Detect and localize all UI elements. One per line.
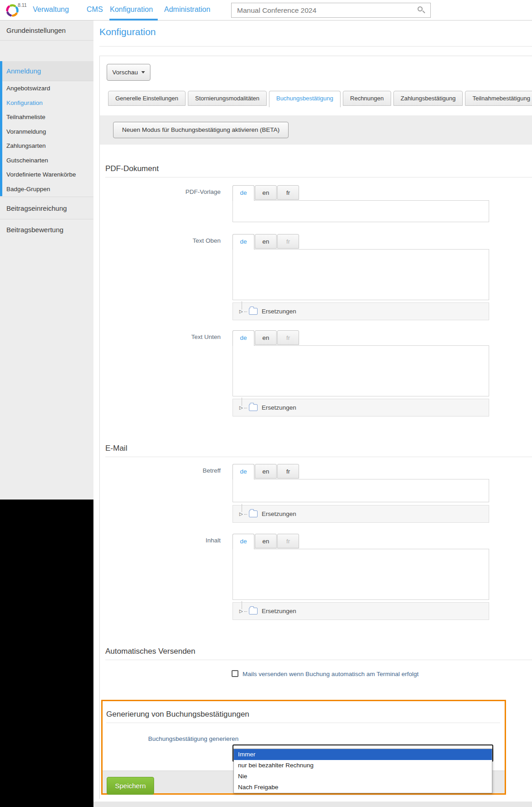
section-divider-pdf [105, 177, 532, 177]
panel-top-border [99, 56, 532, 56]
sidebar-item-zahlungsarten[interactable]: Zahlungsarten [2, 139, 93, 153]
lang-tab-fr[interactable]: fr [277, 464, 299, 479]
generation-field-label: Buchungsbestätigung generieren [148, 735, 221, 742]
vorschau-button[interactable]: Vorschau [107, 64, 150, 81]
folder-icon [249, 308, 258, 315]
chevron-down-icon [141, 71, 145, 75]
lang-tab-fr: fr [277, 330, 299, 345]
panel-left-border [99, 56, 100, 799]
lang-tab-de[interactable]: de [232, 234, 254, 250]
text-oben-panel [232, 249, 489, 300]
betreff-ersetzungen-bar: ▷ Ersetzungen [232, 505, 489, 523]
terminal-mails-checkbox-label: Mails versenden wenn Buchung automatisch… [243, 671, 418, 677]
app-version: 8.11 [18, 2, 27, 8]
sidebar-item-vordefinierte-warenkoerbe[interactable]: Vordefinierte Warenkörbe [2, 167, 93, 182]
sidebar-section-beitragsbewertung[interactable]: Beitragsbewertung [0, 219, 93, 240]
sidebar-item-angebotswizard[interactable]: Angebotswizard [2, 81, 93, 96]
nav-verwaltung[interactable]: Verwaltung [33, 5, 69, 14]
betreff-label: Betreff [148, 467, 221, 474]
conference-search-input[interactable] [231, 3, 431, 18]
text-oben-lang-tabs: de en fr [232, 234, 300, 250]
speichern-button[interactable]: Speichern [107, 777, 154, 795]
lang-tab-en[interactable]: en [255, 534, 277, 548]
tree-expand-icon[interactable]: ▷ [239, 306, 248, 318]
sidebar-section-grundeinstellungen[interactable]: Grundeinstellungen [0, 21, 93, 41]
text-oben-ersetzungen-bar: ▷ Ersetzungen [232, 302, 489, 320]
betreff-lang-tabs: de en fr [232, 464, 300, 479]
tree-expand-icon[interactable]: ▷ [239, 402, 248, 414]
lang-tab-fr[interactable]: fr [277, 185, 299, 200]
lang-tab-en[interactable]: en [255, 234, 277, 249]
ersetzungen-label: Ersetzungen [262, 308, 296, 315]
lang-tab-en[interactable]: en [255, 185, 277, 200]
section-title-auto: Automatisches Versenden [105, 647, 196, 656]
sidebar-item-badge-gruppen[interactable]: Badge-Gruppen [2, 182, 93, 197]
sidebar-item-konfiguration[interactable]: Konfiguration [2, 96, 93, 110]
sidebar-item-teilnahmeliste[interactable]: Teilnahmeliste [2, 110, 93, 125]
nav-administration[interactable]: Administration [164, 5, 210, 14]
lang-tab-de[interactable]: de [232, 330, 254, 346]
sidebar-section-beitragseinreichung[interactable]: Beitragseinreichung [0, 197, 93, 219]
section-divider-email [105, 457, 532, 457]
lang-tab-de[interactable]: de [232, 534, 254, 549]
option-nur-bei-bezahlter-rechnung[interactable]: nur bei bezahlter Rechnung [234, 760, 492, 771]
sidebar-item-voranmeldung[interactable]: Voranmeldung [2, 125, 93, 139]
text-unten-lang-tabs: de en fr [232, 330, 300, 346]
lang-tab-fr: fr [277, 234, 299, 249]
top-bar: 8.11 Verwaltung CMS Konfiguration Admini… [0, 0, 532, 21]
option-nie[interactable]: Nie [234, 771, 492, 782]
pdf-vorlage-lang-tabs: de en fr [232, 185, 300, 201]
option-immer[interactable]: Immer [234, 749, 492, 760]
text-unten-panel [232, 345, 489, 396]
lang-tab-de[interactable]: de [232, 464, 254, 479]
section-title-generation: Generierung von Buchungsbestätigungen [106, 710, 249, 719]
sidebar-item-gutscheinarten[interactable]: Gutscheinarten [2, 153, 93, 168]
config-tabs: Generelle Einstellungen Stornierungsmoda… [108, 91, 532, 107]
inhalt-ersetzungen-bar: ▷ Ersetzungen [232, 602, 489, 620]
ersetzungen-label: Ersetzungen [262, 510, 296, 517]
tree-expand-icon[interactable]: ▷ [239, 605, 248, 617]
vorschau-button-label: Vorschau [112, 69, 138, 76]
sidebar-bottom-black-area [0, 500, 93, 807]
page-bottom-strip [93, 802, 532, 807]
sidebar-item-anmeldung[interactable]: Anmeldung [0, 61, 93, 81]
folder-icon [249, 608, 258, 614]
betreff-panel [232, 479, 489, 502]
inhalt-lang-tabs: de en fr [232, 534, 300, 549]
text-oben-label: Text Oben [148, 237, 221, 244]
beta-mode-button[interactable]: Neuen Modus für Buchungsbestätigung akti… [113, 122, 289, 138]
lang-tab-de[interactable]: de [232, 185, 254, 201]
option-nach-freigabe[interactable]: Nach Freigabe [234, 782, 492, 793]
terminal-mails-checkbox[interactable] [232, 670, 238, 677]
pdf-vorlage-panel [232, 200, 489, 222]
generation-select-dropdown: Immer nur bei bezahlter Rechnung Nie Nac… [233, 749, 492, 793]
tab-buchungsbestaetigung[interactable]: Buchungsbestätigung [269, 91, 341, 107]
inhalt-label: Inhalt [148, 537, 221, 544]
pdf-vorlage-label: PDF-Vorlage [148, 188, 221, 195]
tab-rechnungen[interactable]: Rechnungen [343, 91, 391, 106]
tab-generelle-einstellungen[interactable]: Generelle Einstellungen [108, 91, 186, 106]
tab-zahlungsbestaetigung[interactable]: Zahlungsbestätigung [393, 91, 463, 106]
tree-expand-icon[interactable]: ▷ [239, 508, 248, 520]
lang-tab-en[interactable]: en [255, 464, 277, 479]
sidebar: Grundeinstellungen Anmeldung Angebotswiz… [0, 21, 93, 500]
title-divider [99, 46, 532, 47]
page-title: Konfiguration [99, 26, 156, 37]
section-title-email: E-Mail [105, 444, 127, 453]
section-divider-auto [105, 660, 532, 660]
section-title-pdf: PDF-Dokument [105, 164, 159, 173]
section-divider-generation [106, 723, 500, 723]
tab-teilnahmebestaetigung[interactable]: Teilnahmebestätigung [465, 91, 532, 106]
active-nav-underline [109, 19, 158, 21]
nav-konfiguration[interactable]: Konfiguration [110, 5, 153, 14]
text-unten-label: Text Unten [148, 333, 221, 340]
lang-tab-en[interactable]: en [255, 330, 277, 345]
tab-stornierungsmodalitaeten[interactable]: Stornierungsmodalitäten [188, 91, 267, 106]
ersetzungen-label: Ersetzungen [262, 404, 296, 411]
nav-cms[interactable]: CMS [87, 5, 103, 14]
lang-tab-fr: fr [277, 534, 299, 548]
text-unten-ersetzungen-bar: ▷ Ersetzungen [232, 399, 489, 417]
inhalt-panel [232, 549, 489, 600]
ersetzungen-label: Ersetzungen [262, 608, 296, 614]
folder-icon [249, 510, 258, 517]
